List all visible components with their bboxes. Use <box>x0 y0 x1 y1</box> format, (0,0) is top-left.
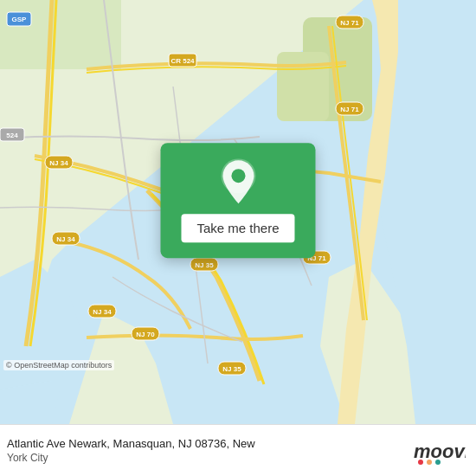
svg-text:NJ 34: NJ 34 <box>56 235 75 243</box>
address-line2: York City <box>7 452 255 464</box>
moovit-logo: moovit <box>414 437 466 465</box>
svg-point-38 <box>435 460 441 465</box>
svg-text:NJ 35: NJ 35 <box>222 365 241 373</box>
map-pin-icon <box>219 158 257 205</box>
svg-text:NJ 35: NJ 35 <box>195 261 214 269</box>
svg-text:CR 524: CR 524 <box>170 57 195 65</box>
location-card: Take me there <box>160 143 315 258</box>
svg-text:NJ 34: NJ 34 <box>93 308 112 316</box>
moovit-logo-svg: moovit <box>414 437 466 465</box>
svg-point-34 <box>231 169 245 183</box>
svg-text:524: 524 <box>6 132 18 139</box>
svg-text:moovit: moovit <box>414 441 466 462</box>
take-me-there-button[interactable]: Take me there <box>181 214 294 242</box>
map-container: GSP CR 524 NJ 71 NJ 71 NJ 71 NJ 34 NJ 34… <box>0 0 476 424</box>
svg-text:NJ 71: NJ 71 <box>340 19 359 27</box>
svg-point-37 <box>427 460 432 465</box>
svg-text:GSP: GSP <box>12 16 28 23</box>
osm-attribution: © OpenStreetMap contributors <box>3 360 114 370</box>
bottom-bar: Atlantic Ave Newark, Manasquan, NJ 08736… <box>0 424 476 476</box>
svg-text:NJ 71: NJ 71 <box>340 106 359 113</box>
svg-rect-8 <box>0 0 121 69</box>
svg-text:NJ 70: NJ 70 <box>136 331 155 338</box>
svg-point-36 <box>418 460 423 465</box>
address-block: Atlantic Ave Newark, Manasquan, NJ 08736… <box>7 437 255 464</box>
svg-text:NJ 34: NJ 34 <box>49 159 68 167</box>
svg-rect-7 <box>277 52 329 121</box>
address-line1: Atlantic Ave Newark, Manasquan, NJ 08736… <box>7 437 255 450</box>
